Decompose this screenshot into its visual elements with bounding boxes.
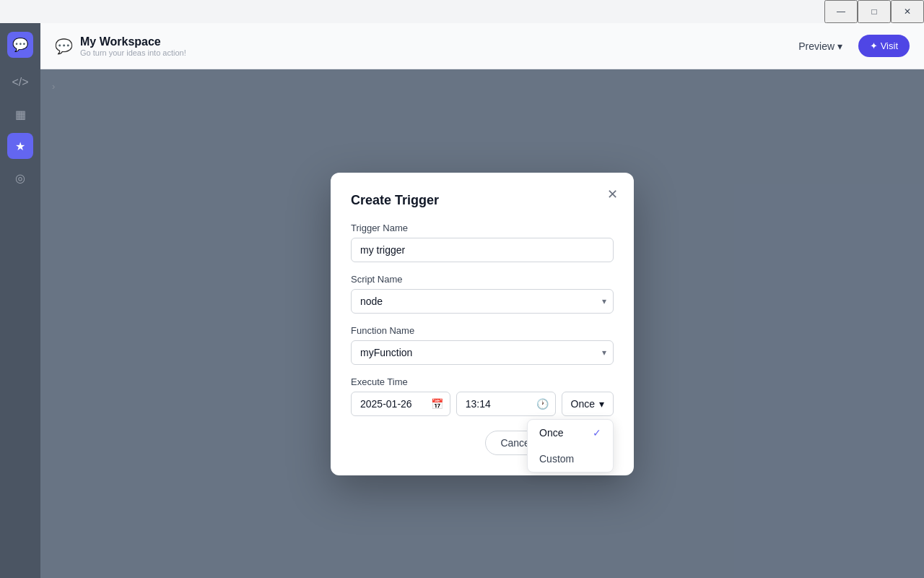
preview-button[interactable]: Preview ▾	[791, 36, 850, 56]
custom-label: Custom	[539, 453, 574, 465]
script-name-select[interactable]: node	[351, 289, 614, 314]
database-icon: ▦	[15, 108, 26, 121]
frequency-label: Once	[571, 398, 595, 410]
workspace-icon: 💬	[55, 38, 73, 55]
trigger-name-label: Trigger Name	[351, 223, 614, 233]
modal-close-button[interactable]: ✕	[602, 184, 622, 204]
create-trigger-modal: Create Trigger ✕ Trigger Name Script Nam…	[331, 173, 634, 475]
frequency-wrapper: Once ▾ Once ✓	[562, 392, 614, 416]
sidebar-item-code[interactable]: </>	[7, 69, 33, 95]
workspace-title: My Workspace	[80, 35, 186, 48]
visit-label: ✦ Visit	[870, 40, 898, 51]
time-input[interactable]	[456, 392, 556, 416]
close-button[interactable]: ✕	[891, 0, 924, 23]
visit-button[interactable]: ✦ Visit	[858, 35, 910, 57]
dropdown-item-once[interactable]: Once ✓	[528, 420, 613, 446]
function-name-group: Function Name myFunction ▾	[351, 325, 614, 365]
code-icon: </>	[12, 76, 28, 89]
date-input-wrapper: 📅	[351, 392, 450, 416]
pages-icon: ★	[15, 139, 25, 153]
main-content: 💬 My Workspace Go turn your ideas into a…	[40, 23, 924, 578]
sidebar-item-pages[interactable]: ★	[7, 133, 33, 159]
script-name-group: Script Name node ▾	[351, 274, 614, 314]
frequency-button[interactable]: Once ▾	[562, 392, 614, 416]
minimize-button[interactable]: —	[824, 0, 858, 23]
execute-time-label: Execute Time	[351, 376, 614, 387]
title-bar: — □ ✕	[0, 0, 924, 23]
frequency-chevron-icon: ▾	[599, 398, 604, 410]
workspace-info: My Workspace Go turn your ideas into act…	[80, 35, 186, 57]
once-label: Once	[539, 427, 563, 439]
sidebar-item-settings[interactable]: ◎	[7, 165, 33, 191]
chevron-down-icon: ▾	[837, 40, 842, 52]
function-name-wrapper: myFunction ▾	[351, 340, 614, 365]
workspace-subtitle: Go turn your ideas into action!	[80, 48, 186, 57]
trigger-name-group: Trigger Name	[351, 223, 614, 262]
script-name-wrapper: node ▾	[351, 289, 614, 314]
page-content: › Create Trigger ✕ Trigger Name Script N…	[40, 69, 924, 578]
top-bar: 💬 My Workspace Go turn your ideas into a…	[40, 23, 924, 69]
once-check-icon: ✓	[593, 427, 601, 439]
execute-time-row: 📅 🕐 Once ▾	[351, 392, 614, 416]
maximize-button[interactable]: □	[858, 0, 891, 23]
sidebar-item-database[interactable]: ▦	[7, 101, 33, 127]
preview-label: Preview	[798, 40, 834, 52]
function-name-select[interactable]: myFunction	[351, 340, 614, 365]
modal-overlay: Create Trigger ✕ Trigger Name Script Nam…	[40, 69, 924, 578]
time-input-wrapper: 🕐	[456, 392, 556, 416]
script-name-label: Script Name	[351, 274, 614, 285]
trigger-name-input[interactable]	[351, 238, 614, 262]
frequency-dropdown: Once ✓ Custom	[527, 419, 614, 473]
app-background: 💬 </> ▦ ★ ◎ 💬 My Workspace Go turn your …	[0, 23, 924, 578]
sidebar-logo: 💬	[7, 32, 33, 58]
dropdown-item-custom[interactable]: Custom	[528, 446, 613, 472]
sidebar: 💬 </> ▦ ★ ◎	[0, 23, 40, 578]
execute-time-group: Execute Time 📅 🕐	[351, 376, 614, 416]
workspace-header-left: 💬 My Workspace Go turn your ideas into a…	[55, 35, 791, 57]
modal-title: Create Trigger	[351, 193, 614, 208]
date-input[interactable]	[351, 392, 450, 416]
top-bar-right: Preview ▾ ✦ Visit	[791, 35, 910, 57]
settings-icon: ◎	[15, 171, 25, 185]
function-name-label: Function Name	[351, 325, 614, 336]
